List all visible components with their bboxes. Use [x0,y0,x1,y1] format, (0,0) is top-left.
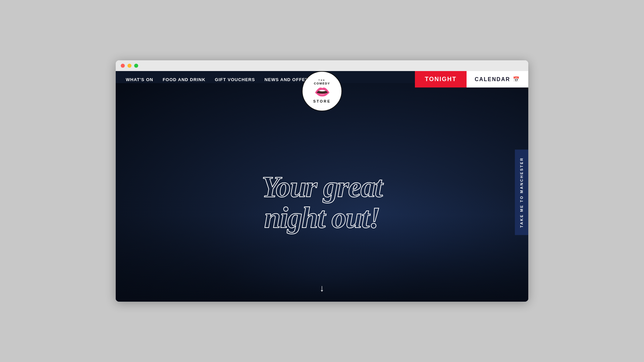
calendar-icon: 📅 [513,76,520,82]
hero-headline: Your great night out! [262,172,382,234]
browser-dot-maximize[interactable] [134,64,138,68]
browser-window: TONIGHT CALENDAR 📅 WHAT'S ON FOOD AND DR… [116,60,528,302]
logo-the-text: THE [319,79,326,81]
site-logo[interactable]: THE COMEDY 👄 STORE [302,71,342,111]
tonight-button[interactable]: TONIGHT [415,71,467,87]
side-tab-wrapper: TAKE ME TO MANCHESTER [515,150,528,235]
logo-container: THE COMEDY 👄 STORE [302,71,342,111]
top-bar: TONIGHT CALENDAR 📅 [415,71,528,87]
hero-headline-line2: night out! [262,202,382,233]
calendar-label: CALENDAR [475,76,510,82]
manchester-tab[interactable]: TAKE ME TO MANCHESTER [515,150,528,235]
browser-chrome [116,60,528,71]
nav-left: WHAT'S ON FOOD AND DRINK GIFT VOUCHERS N… [126,77,312,82]
scroll-arrow[interactable]: ↓ [320,283,324,294]
calendar-button[interactable]: CALENDAR 📅 [467,71,528,87]
hero-headline-line1: Your great [262,172,382,202]
browser-dot-minimize[interactable] [127,64,131,68]
logo-inner: THE COMEDY 👄 STORE [305,79,339,103]
hero-text: Your great night out! [262,172,382,234]
nav-gift-vouchers[interactable]: GIFT VOUCHERS [215,77,255,82]
hero-section: Your great night out! ↓ TAKE ME TO MANCH… [116,83,528,302]
site-wrapper: TONIGHT CALENDAR 📅 WHAT'S ON FOOD AND DR… [116,71,528,302]
logo-lips-icon: 👄 [314,85,330,98]
browser-dot-close[interactable] [121,64,125,68]
nav-food-drink[interactable]: FOOD AND DRINK [163,77,206,82]
nav-whats-on[interactable]: WHAT'S ON [126,77,153,82]
logo-store-text: STORE [313,99,331,103]
